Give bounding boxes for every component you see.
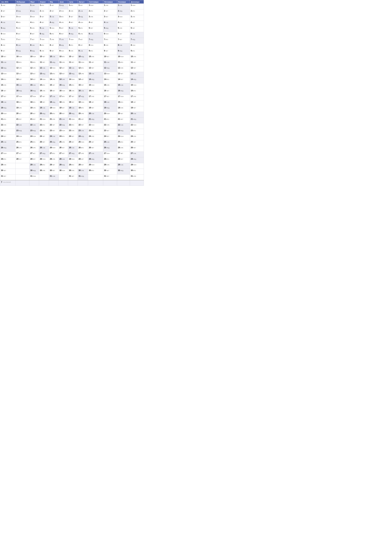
day-name: НЕД xyxy=(61,5,64,6)
day-number: 7 xyxy=(69,38,70,41)
day-name: ЧЕТ xyxy=(106,130,109,131)
day-name: ПЕТ xyxy=(51,10,54,12)
day-name: ПОН xyxy=(52,67,55,69)
cell-nov-25: 25ВТО xyxy=(117,140,130,146)
cell-jan-27: 27ПОН xyxy=(0,152,15,157)
day-number: 4 xyxy=(131,21,132,23)
day-name: ВТО xyxy=(52,113,55,114)
day-number: 21 xyxy=(50,118,52,120)
day-name: ЧЕТ xyxy=(19,113,22,114)
day-number: 19 xyxy=(40,107,42,109)
day-name: ПОН xyxy=(71,158,75,160)
day-number: 18 xyxy=(69,101,71,103)
cell-nov-12: 12СРЕ xyxy=(117,66,130,72)
day-name: ПОН xyxy=(2,33,6,35)
day-name: САБ xyxy=(3,102,6,103)
cell-oct-5: 5НЕД xyxy=(103,26,117,32)
day-name: ЧЕТ xyxy=(62,67,65,69)
cell-jun-6: 6ПЕТ xyxy=(58,32,68,38)
cell-jun-31 xyxy=(58,175,68,180)
cell-mar-6: 6ЧЕТ xyxy=(29,32,39,38)
cell-apr-19: 19САБ xyxy=(39,106,49,112)
calendar-row-22: 22СРЕ22САБ22САБ22ВТО22ЧЕТ22НЕД22ВТО22ПЕТ… xyxy=(0,123,144,129)
day-number: 10 xyxy=(104,55,106,58)
footer-cell-jan: 7CALENDAR xyxy=(0,180,15,186)
cell-apr-10: 10ЧЕТ xyxy=(39,55,49,61)
calendar-row-27: 27ПОН27ЧЕТ27ЧЕТ27НЕД27ВТО27ПЕТ27НЕД27СРЕ… xyxy=(0,152,144,157)
day-number: 9 xyxy=(50,50,51,52)
day-number: 23 xyxy=(1,129,3,132)
cell-feb-22: 22САБ xyxy=(15,123,29,129)
cell-dec-5: 5ПЕТ xyxy=(130,26,144,32)
cell-jul-13: 13НЕД xyxy=(68,72,78,78)
calendar-row-16: 16ЧЕТ16НЕД16НЕД16СРЕ16ПЕТ16ПОН16СРЕ16САБ… xyxy=(0,89,144,95)
cell-dec-22: 22ПОН xyxy=(130,123,144,129)
day-name: ВТО xyxy=(81,107,84,109)
day-name: СРЕ xyxy=(33,67,36,69)
day-number: 31 xyxy=(104,175,106,177)
day-name: ПЕТ xyxy=(2,16,5,18)
calendar-row-2: 2ЧЕТ2НЕД2НЕД2СРЕ2ПЕТ2ПОН2СРЕ2САБ2ВТО2ЧЕТ… xyxy=(0,9,144,15)
day-name: ПЕТ xyxy=(71,141,74,143)
day-number: 13 xyxy=(1,73,3,75)
day-name: ПЕТ xyxy=(91,147,94,149)
day-number: 20 xyxy=(40,112,42,115)
day-number: 11 xyxy=(50,61,52,63)
cell-sep-4: 4ЧЕТ xyxy=(88,21,103,26)
day-number: 17 xyxy=(50,95,52,97)
day-name: НЕД xyxy=(18,10,21,12)
day-name: САБ xyxy=(61,39,64,40)
day-name: ПОН xyxy=(132,5,135,6)
day-name: СРЕ xyxy=(91,96,94,97)
day-name: ПОН xyxy=(3,153,7,154)
cell-apr-3: 3ЧЕТ xyxy=(39,15,49,21)
cell-dec-12: 12ПЕТ xyxy=(130,66,144,72)
cell-sep-20: 20САБ xyxy=(88,112,103,117)
day-number: 25 xyxy=(89,141,91,143)
cell-nov-13: 13ЧЕТ xyxy=(117,72,130,78)
cell-aug-1: 1ПЕТ xyxy=(78,4,88,9)
day-name: ВТО xyxy=(42,84,45,86)
calendar-row-29: 29СРЕ29САБ29ВТО29ЧЕТ29НЕД29ВТО29ПЕТ29ПОН… xyxy=(0,163,144,169)
cell-sep-11: 11ЧЕТ xyxy=(88,61,103,66)
day-number: 13 xyxy=(78,73,81,75)
cell-dec-8: 8ПОН xyxy=(130,44,144,49)
cell-nov-26: 26СРЕ xyxy=(117,146,130,152)
day-name: САБ xyxy=(62,118,65,120)
day-name: СРЕ xyxy=(106,164,109,166)
day-number: 30 xyxy=(89,169,91,171)
calendar-row-13: 13ПОН13ЧЕТ13ЧЕТ13НЕД13ВТО13ПЕТ13НЕД13СРЕ… xyxy=(0,72,144,78)
day-number: 24 xyxy=(118,135,120,137)
day-name: САБ xyxy=(52,136,55,137)
day-name: ЧЕТ xyxy=(61,27,64,29)
day-number: 24 xyxy=(40,135,42,137)
cell-mar-3: 3ПОН xyxy=(29,15,39,21)
cell-sep-16: 16ВТО xyxy=(88,89,103,95)
cell-oct-1: 1СРЕ xyxy=(103,4,117,9)
day-number: 8 xyxy=(89,44,90,46)
cell-dec-9: 9ВТО xyxy=(130,49,144,55)
day-number: 9 xyxy=(69,50,70,52)
day-name: ЧЕТ xyxy=(19,73,22,74)
day-name: ЧЕТ xyxy=(120,113,123,114)
brand-number: 7 xyxy=(1,181,2,183)
day-number: 20 xyxy=(118,112,120,115)
day-name: НЕД xyxy=(71,73,74,74)
day-name: ВТО xyxy=(62,136,65,137)
day-name: ПОН xyxy=(3,73,7,74)
day-number: 10 xyxy=(59,55,62,58)
day-number: 14 xyxy=(30,78,32,80)
day-number: 29 xyxy=(30,164,32,166)
day-name: ПЕТ xyxy=(52,90,55,92)
cell-apr-23: 23СРЕ xyxy=(39,129,49,135)
day-number: 23 xyxy=(30,129,32,132)
day-number: 15 xyxy=(40,84,42,86)
cell-may-4: 4НЕД xyxy=(49,21,59,26)
day-number: 13 xyxy=(40,73,42,75)
day-number: 13 xyxy=(89,73,91,75)
day-number: 12 xyxy=(78,67,81,69)
day-number: 6 xyxy=(40,33,41,35)
cell-nov-7: 7ПЕТ xyxy=(117,38,130,44)
day-number: 15 xyxy=(118,84,120,86)
day-number: 19 xyxy=(104,107,106,109)
